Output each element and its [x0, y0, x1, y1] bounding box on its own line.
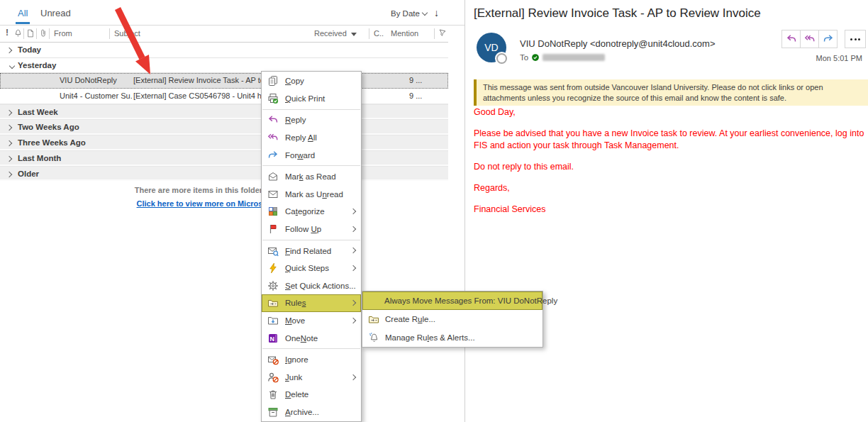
menu-item-label: Ignore — [285, 355, 308, 364]
menu-item-forward[interactable]: Forward — [262, 146, 361, 164]
menu-item-find-related[interactable]: Find Related — [262, 242, 361, 260]
rules-icon — [267, 297, 279, 309]
list-filter-bar: All Unread By Date ↓ — [0, 0, 464, 26]
group-label: Today — [18, 45, 41, 54]
submenu-arrow-icon — [350, 209, 356, 214]
message-received: 9 ... — [409, 76, 422, 84]
submenu-item-label: Always Move Messages From: VIU DoNotRepl… — [384, 296, 557, 305]
chevron-right-icon[interactable] — [6, 156, 12, 162]
reading-pane: [External] Review Invoice Task - AP to R… — [465, 0, 868, 422]
group-header-last-week[interactable]: Last Week — [0, 104, 448, 120]
external-warning-banner: This message was sent from outside Vanco… — [474, 79, 868, 106]
group-label: Two Weeks Ago — [18, 123, 79, 131]
menu-item-onenote[interactable]: NOneNote — [262, 329, 361, 347]
group-header-today[interactable]: Today — [0, 43, 448, 58]
menu-item-label: Copy — [285, 77, 304, 85]
sort-by-dropdown[interactable]: By Date — [391, 9, 427, 18]
menu-item-quick-print[interactable]: Quick Print — [262, 90, 361, 108]
submenu-item-manage-rules-alerts[interactable]: Manage Rules & Alerts... — [362, 328, 542, 347]
copy-icon — [267, 75, 279, 87]
menu-item-label: Find Related — [285, 247, 331, 255]
submenu-arrow-icon — [350, 226, 356, 232]
sort-descending-icon — [351, 33, 357, 36]
reply-all-button[interactable] — [800, 30, 819, 48]
menu-item-junk[interactable]: Junk — [262, 369, 361, 387]
print-icon — [267, 93, 279, 104]
menu-item-delete[interactable]: Delete — [262, 386, 361, 404]
group-header-last-month[interactable]: Last Month — [0, 150, 448, 166]
to-label: To — [520, 53, 528, 62]
chevron-right-icon[interactable] — [6, 110, 12, 116]
menu-item-quick-steps[interactable]: Quick Steps — [262, 260, 361, 277]
submenu-arrow-icon — [350, 374, 356, 379]
menu-separator — [262, 165, 360, 166]
outlook-window: All Unread By Date ↓ ! From Subject — [0, 0, 868, 422]
archive-icon — [267, 406, 279, 418]
reminder-bell-icon[interactable] — [13, 28, 23, 40]
reply-all-icon — [267, 132, 279, 143]
item-type-column-icon[interactable] — [26, 28, 35, 40]
ignore-icon — [267, 354, 279, 365]
filter-icon[interactable] — [438, 28, 447, 40]
chevron-down-icon[interactable] — [9, 62, 15, 68]
menu-item-mark-as-read[interactable]: Mark as Read — [262, 168, 361, 186]
tab-all[interactable]: All — [18, 8, 28, 18]
forward-button[interactable] — [818, 30, 838, 48]
message-row-2[interactable]: VIU DoNotReply[External] Review Invoice … — [0, 73, 448, 89]
email-body-paragraph: Do not reply to this email. — [474, 161, 865, 173]
group-label: Last Week — [18, 108, 58, 116]
column-categories[interactable]: C.. — [374, 29, 384, 38]
group-label: Older — [18, 170, 39, 178]
menu-item-archive[interactable]: Archive... — [262, 404, 361, 421]
chevron-right-icon[interactable] — [6, 140, 12, 146]
column-header-row: ! From Subject Received C.. Mention — [0, 26, 448, 43]
sort-by-label: By Date — [391, 9, 420, 18]
chevron-right-icon[interactable] — [6, 48, 12, 53]
group-header-older[interactable]: Older — [0, 166, 448, 182]
menu-item-mark-as-unread[interactable]: Mark as Unread — [262, 186, 361, 204]
menu-item-set-quick-actions[interactable]: Set Quick Actions... — [262, 277, 361, 295]
menu-item-rules[interactable]: Rules — [262, 294, 361, 312]
menu-item-label: Mark as Read — [285, 172, 336, 181]
message-row-3[interactable]: Unit4 - Customer Su...[External] Case CS… — [0, 89, 448, 104]
sort-direction-button[interactable]: ↓ — [434, 7, 439, 18]
submenu-item-create-rule[interactable]: Create Rule... — [362, 310, 542, 328]
column-subject[interactable]: Subject — [114, 29, 140, 38]
mail-open-icon — [267, 171, 279, 182]
forward-icon — [267, 150, 279, 161]
tab-unread[interactable]: Unread — [40, 8, 71, 18]
menu-item-copy[interactable]: Copy — [262, 72, 361, 90]
recipient-row: To — [520, 52, 605, 62]
menu-item-ignore[interactable]: Ignore — [262, 351, 361, 369]
avatar-initials: VD — [484, 42, 498, 53]
group-header-three-weeks-ago[interactable]: Three Weeks Ago — [0, 135, 448, 150]
menu-item-label: Follow Up — [285, 225, 321, 233]
email-body-paragraph: Regards, — [474, 182, 865, 194]
chevron-right-icon[interactable] — [6, 171, 12, 177]
menu-item-label: OneNote — [285, 334, 318, 343]
sender-line[interactable]: VIU DoNotReply <donotreply@unit4cloud.co… — [520, 38, 716, 49]
menu-item-follow-up[interactable]: Follow Up — [262, 221, 361, 238]
menu-item-move[interactable]: Move — [262, 312, 361, 330]
column-mention[interactable]: Mention — [391, 29, 418, 38]
more-actions-button[interactable] — [845, 30, 866, 48]
menu-item-reply-all[interactable]: Reply All — [262, 129, 361, 147]
group-label: Three Weeks Ago — [18, 138, 86, 147]
reply-button[interactable] — [781, 30, 801, 48]
attachment-paperclip-icon[interactable] — [39, 28, 48, 40]
group-header-yesterday[interactable]: Yesterday — [0, 58, 448, 74]
column-separator — [49, 28, 50, 39]
mail-closed-icon — [267, 189, 279, 200]
menu-item-label: Junk — [285, 373, 302, 382]
column-received[interactable]: Received — [314, 29, 357, 38]
reply-icon — [267, 114, 279, 126]
email-body-paragraph: Financial Services — [474, 204, 865, 216]
importance-column-icon[interactable]: ! — [6, 28, 9, 38]
email-body: Good Day,Please be advised that you have… — [474, 106, 865, 225]
menu-item-categorize[interactable]: Categorize — [262, 203, 361, 221]
column-from[interactable]: From — [54, 29, 72, 38]
menu-item-reply[interactable]: Reply — [262, 111, 361, 129]
group-header-two-weeks-ago[interactable]: Two Weeks Ago — [0, 119, 448, 135]
chevron-right-icon[interactable] — [6, 125, 12, 131]
submenu-item-always-move-messages-from-viu-donotreply[interactable]: Always Move Messages From: VIU DoNotRepl… — [362, 291, 542, 310]
